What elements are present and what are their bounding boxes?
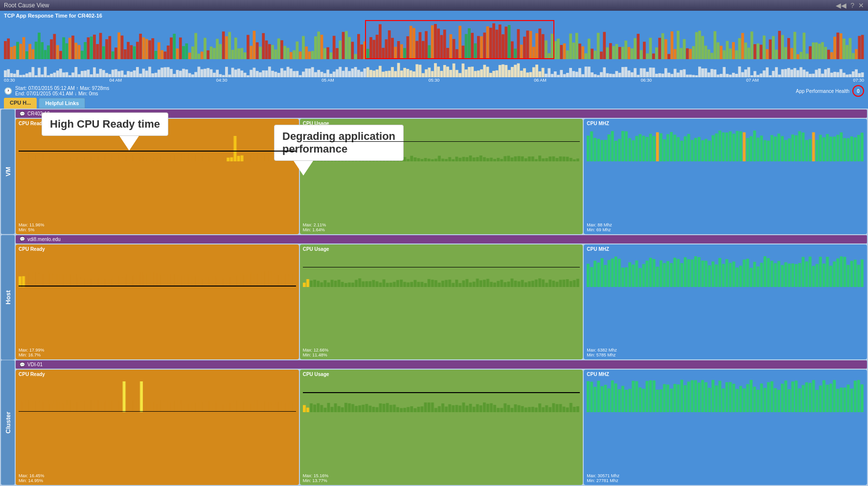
tabs-row: CPU H... Helpful Links xyxy=(0,98,868,109)
host-label: Host xyxy=(1,235,15,360)
window-title: Root Cause View xyxy=(4,2,49,9)
vm-name: CR402-16 xyxy=(27,111,50,116)
cluster-cpu-ready-title: CPU Ready xyxy=(19,372,296,377)
vm-metrics: CPU Ready Max: 11.96% Min: 5% xyxy=(16,119,867,234)
label-05am: 05 AM xyxy=(321,78,334,83)
host-cpu-usage-panel: CPU Usage Max: 12.66% Min: 11.48% xyxy=(300,244,583,360)
host-cpu-mhz-title: CPU MHZ xyxy=(587,246,864,252)
host-cpu-ready-title: CPU Ready xyxy=(19,246,296,252)
time-info-bar: 🕐 Start: 07/01/2015 05:12 AM ↑ Max: 9728… xyxy=(0,84,868,98)
vm-cpu-mhz-max: Max: 88 Mhz Min: 69 Mhz xyxy=(587,222,864,232)
tab-spacer xyxy=(87,98,864,109)
host-cpu-ready-panel: CPU Ready Max: 17.99% Min: 16.7% xyxy=(16,244,299,360)
timeline-labels: 03:30 04 AM 04:30 05 AM 05:30 06 AM 06:3… xyxy=(4,77,864,83)
label-04am: 04 AM xyxy=(109,78,122,83)
host-icon: 💬 xyxy=(20,237,25,242)
main-chart[interactable] xyxy=(4,20,864,59)
host-cpu-usage-title: CPU Usage xyxy=(303,246,580,252)
timeline-section: TCP App Response Time for CR402-16 03:30… xyxy=(0,11,868,84)
cluster-cpu-usage-max: Max: 15.16% Min: 13.77% xyxy=(303,473,580,483)
vm-cpu-mhz-panel: CPU MHZ Max: 88 Mhz Min: 69 Mhz xyxy=(584,119,867,234)
label-0630: 06:30 xyxy=(641,78,652,83)
vm-cpu-usage-title: CPU Usage xyxy=(303,121,580,126)
cluster-label: Cluster xyxy=(1,360,15,485)
host-metrics: CPU Ready Max: 17.99% Min: 16.7% C xyxy=(16,244,867,360)
min-val: Min: 0ms xyxy=(78,91,98,96)
host-header: 💬 vdi8.menlo.edu xyxy=(16,235,867,243)
cluster-cpu-mhz-panel: CPU MHZ Max: 30571 Mhz Min: 27781 Mhz xyxy=(584,370,867,485)
clock-icon: 🕐 xyxy=(4,87,12,95)
vm-row: VM 💬 CR402-16 CPU Ready xyxy=(1,110,867,234)
health-circle: 0 xyxy=(852,85,864,97)
host-cpu-usage-max: Max: 12.66% Min: 11.48% xyxy=(303,348,580,357)
health-value: 0 xyxy=(857,88,860,94)
vm-label: VM xyxy=(1,110,15,234)
health-label: App Performance Health xyxy=(796,88,849,94)
cluster-cpu-ready-max: Max: 16.45% Min: 14.95% xyxy=(19,473,296,483)
time-details: Start: 07/01/2015 05:12 AM ↑ Max: 9728ms… xyxy=(15,86,109,96)
cluster-icon: 💬 xyxy=(20,362,25,367)
host-row: Host 💬 vdi8.menlo.edu CPU Ready xyxy=(1,235,867,360)
data-rows-container: VM 💬 CR402-16 CPU Ready xyxy=(0,109,868,486)
host-content: 💬 vdi8.menlo.edu CPU Ready Max: 17.99% xyxy=(16,235,867,360)
title-bar-controls[interactable]: ◀◀ ? ✕ xyxy=(836,1,864,9)
time-info-left: 🕐 Start: 07/01/2015 05:12 AM ↑ Max: 9728… xyxy=(4,86,109,96)
tab-cpu[interactable]: CPU H... xyxy=(4,98,37,109)
cluster-cpu-usage-panel: CPU Usage Max: 15.16% Min: 13.77% xyxy=(300,370,583,485)
vm-icon: 💬 xyxy=(20,111,25,116)
cluster-header: 💬 VDI-01 xyxy=(16,360,867,369)
help-button[interactable]: ? xyxy=(850,1,854,9)
cluster-metrics: CPU Ready Max: 16.45% Min: 14.95% xyxy=(16,370,867,485)
vm-cpu-usage-max: Max: 2.11% Min: 1.64% xyxy=(303,222,580,232)
host-cpu-ready-max: Max: 17.99% Min: 16.7% xyxy=(19,348,296,357)
end-time: End: 07/01/2015 05:41 AM xyxy=(15,91,73,96)
vm-cpu-ready-panel: CPU Ready Max: 11.96% Min: 5% xyxy=(16,119,299,234)
app-perf-health: App Performance Health 0 xyxy=(796,85,864,97)
vm-cpu-ready-title: CPU Ready xyxy=(19,121,296,126)
host-cpu-mhz-max: Max: 6382 Mhz Min: 5785 Mhz xyxy=(587,348,864,357)
vm-cpu-ready-max: Max: 11.96% Min: 5% xyxy=(19,222,296,232)
title-bar: Root Cause View ◀◀ ? ✕ xyxy=(0,0,868,11)
cluster-cpu-ready-panel: CPU Ready Max: 16.45% Min: 14.95% xyxy=(16,370,299,485)
label-0430: 04:30 xyxy=(216,78,228,83)
cluster-cpu-usage-title: CPU Usage xyxy=(303,372,580,377)
timeline-title: TCP App Response Time for CR402-16 xyxy=(4,13,864,19)
cluster-cpu-mhz-title: CPU MHZ xyxy=(587,372,864,377)
max-val: Max: 9728ms xyxy=(80,86,109,91)
cluster-name: VDI-01 xyxy=(27,362,43,367)
vm-cpu-mhz-title: CPU MHZ xyxy=(587,121,864,126)
nav-back-button[interactable]: ◀◀ xyxy=(836,1,846,9)
label-07am: 07 AM xyxy=(746,78,759,83)
start-time: Start: 07/01/2015 05:12 AM xyxy=(15,86,75,91)
vm-content: 💬 CR402-16 CPU Ready Max: 11.9 xyxy=(16,110,867,234)
host-name: vdi8.menlo.edu xyxy=(27,237,61,242)
label-0730: 07:30 xyxy=(853,78,864,83)
label-0530: 05:30 xyxy=(429,78,440,83)
cluster-cpu-mhz-max: Max: 30571 Mhz Min: 27781 Mhz xyxy=(587,473,864,483)
close-button[interactable]: ✕ xyxy=(858,1,864,9)
vm-header: 💬 CR402-16 xyxy=(16,110,867,118)
vm-cpu-usage-panel: CPU Usage Max: 2.11% Min: 1.64% xyxy=(300,119,583,234)
label-06am: 06 AM xyxy=(534,78,547,83)
tab-helpful-links[interactable]: Helpful Links xyxy=(39,98,85,109)
label-0330: 03:30 xyxy=(4,78,15,83)
cluster-row: Cluster 💬 VDI-01 CPU Ready xyxy=(1,360,867,485)
cluster-content: 💬 VDI-01 CPU Ready Max: 16.45% xyxy=(16,360,867,485)
secondary-chart xyxy=(4,60,864,77)
host-cpu-mhz-panel: CPU MHZ Max: 6382 Mhz Min: 5785 Mhz xyxy=(584,244,867,360)
